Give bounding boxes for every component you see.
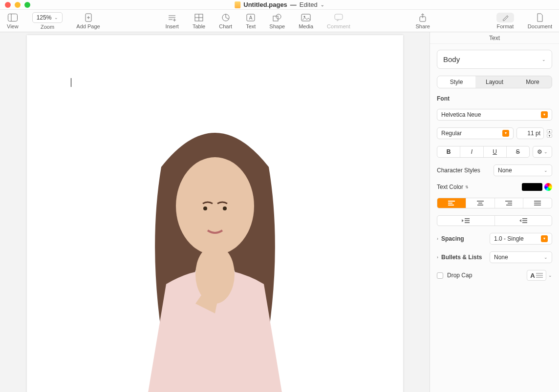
insert-label: Insert [165,23,179,29]
inserted-image[interactable] [117,108,313,392]
chevron-down-icon[interactable]: ⌄ [548,273,552,278]
minimize-window-button[interactable] [15,2,21,8]
window-titlebar: Untitled.pages — Edited ⌄ [0,0,559,10]
svg-rect-0 [8,14,17,21]
document-status: Edited [300,1,318,8]
zoom-value: 125% [37,14,52,21]
font-size-stepper[interactable]: ▴ ▾ [547,129,552,138]
inspector-tab-text[interactable]: Text [430,32,559,44]
font-style-value: Regular [441,130,462,137]
share-button[interactable]: Share [416,13,430,29]
title-separator: — [290,1,297,8]
align-justify-button[interactable] [523,198,552,208]
dropcap-style-button[interactable]: A [527,270,546,281]
font-section-label: Font [437,95,552,102]
decrease-indent-button[interactable] [437,216,495,226]
document-button[interactable]: Document [528,13,552,29]
document-icon [235,1,240,8]
color-picker-button[interactable] [544,183,552,191]
page[interactable] [27,35,403,392]
bullets-disclosure[interactable]: › Bullets & Lists [437,254,482,261]
shape-button[interactable]: Shape [269,13,285,29]
character-styles-dropdown[interactable]: None ⌄ [494,165,552,176]
align-right-button[interactable] [495,198,524,208]
svg-rect-43 [522,220,527,221]
svg-rect-31 [478,203,482,204]
align-left-button[interactable] [437,198,466,208]
zoom-label: Zoom [41,24,54,30]
svg-rect-47 [536,277,543,278]
spacing-disclosure[interactable]: › Spacing [437,235,464,242]
dropcap-checkbox[interactable] [437,272,443,279]
chevron-down-icon: ⌄ [544,168,548,173]
format-inspector: Text Body ⌄ Style Layout More Font Helve… [430,32,559,392]
maximize-window-button[interactable] [24,2,30,8]
chevron-right-icon: › [437,255,438,260]
step-down[interactable]: ▾ [547,134,552,138]
gear-icon: ⚙ [537,148,542,155]
svg-point-19 [304,16,305,17]
view-label: View [7,23,19,29]
text-button[interactable]: A Text [246,13,256,29]
share-label: Share [416,23,430,29]
comment-button[interactable]: Comment [327,13,350,29]
font-family-dropdown[interactable]: Helvetica Neue ▾ [437,109,552,121]
font-size-field[interactable]: 11 pt [516,127,544,139]
strikethrough-button[interactable]: S [507,146,529,157]
media-button[interactable]: Media [299,13,313,29]
dropcap-thumb-A: A [530,272,535,279]
textbox-icon: A [246,13,255,22]
table-button[interactable]: Table [193,13,205,29]
updown-icon: ▾ [541,111,548,118]
svg-point-26 [223,206,227,210]
comment-label: Comment [327,23,350,29]
shape-label: Shape [269,23,285,29]
updown-icon: ⇅ [465,185,469,189]
add-page-button[interactable]: Add Page [76,13,100,29]
insert-button[interactable]: Insert [165,13,179,29]
svg-rect-46 [536,275,543,276]
inspector-section-tabs[interactable]: Style Layout More [437,76,552,88]
increase-indent-button[interactable] [495,216,552,226]
dropcap-label: Drop Cap [447,272,472,279]
character-styles-label: Character Styles [437,167,480,174]
italic-button[interactable]: I [460,146,483,157]
underline-button[interactable]: U [484,146,507,157]
tab-style[interactable]: Style [437,76,475,88]
main-toolbar: View 125%⌄ Zoom Add Page Insert Table Ch… [0,10,559,32]
chart-button[interactable]: Chart [219,13,232,29]
svg-rect-33 [505,201,512,202]
svg-rect-41 [465,222,470,223]
paragraph-style-dropdown[interactable]: Body ⌄ [437,50,552,69]
svg-rect-45 [536,273,543,274]
svg-rect-29 [448,205,454,206]
close-window-button[interactable] [5,2,11,8]
sidebar-icon [8,13,18,22]
spacing-dropdown[interactable]: 1.0 - Single ▾ [490,233,552,245]
media-label: Media [299,23,313,29]
bullets-value: None [494,254,508,261]
format-button[interactable]: Format [496,13,514,29]
tab-layout[interactable]: Layout [475,76,514,88]
media-icon [301,13,311,22]
window-title[interactable]: Untitled.pages — Edited ⌄ [235,1,324,8]
zoom-control[interactable]: 125%⌄ Zoom [32,12,63,30]
text-color-swatch[interactable] [522,183,542,191]
view-button[interactable]: View [7,13,19,29]
document-title: Untitled.pages [243,1,287,8]
tab-more[interactable]: More [514,76,552,88]
chevron-down-icon: ⌄ [544,255,548,260]
text-color-label[interactable]: Text Color ⇅ [437,184,469,190]
svg-point-17 [276,14,281,19]
updown-icon: ▾ [502,130,509,137]
font-style-dropdown[interactable]: Regular ▾ [437,127,514,139]
bullets-dropdown[interactable]: None ⌄ [490,251,552,263]
paragraph-style-value: Body [443,55,460,63]
add-page-label: Add Page [76,23,100,29]
step-up[interactable]: ▴ [547,129,552,133]
advanced-font-button[interactable]: ⚙⌄ [533,146,552,158]
shape-icon [273,13,281,22]
document-canvas[interactable] [0,32,430,392]
bold-button[interactable]: B [437,146,460,157]
align-center-button[interactable] [466,198,495,208]
